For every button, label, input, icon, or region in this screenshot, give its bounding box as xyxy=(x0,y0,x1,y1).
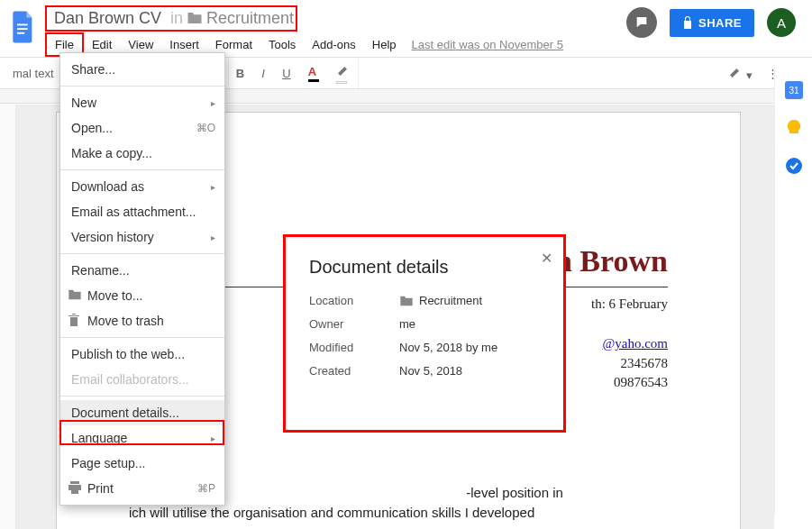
file-menu-new[interactable]: New▸ xyxy=(60,90,224,115)
document-details-dialog: ✕ Document details LocationRecruitment O… xyxy=(283,234,566,433)
editing-mode-button[interactable]: ▾ xyxy=(728,65,753,82)
print-icon xyxy=(68,481,84,497)
file-menu-copy[interactable]: Make a copy... xyxy=(60,141,224,166)
share-button[interactable]: SHARE xyxy=(670,9,754,37)
body-text: -level position in xyxy=(466,485,563,500)
file-menu-publish[interactable]: Publish to the web... xyxy=(60,342,224,367)
file-menu-download[interactable]: Download as▸ xyxy=(60,174,224,199)
file-menu-page-setup[interactable]: Page setup... xyxy=(60,451,224,476)
svg-rect-1 xyxy=(17,28,28,30)
file-menu-dropdown: Share... New▸ Open...⌘O Make a copy... D… xyxy=(59,52,225,506)
file-menu-details[interactable]: Document details... xyxy=(60,400,224,425)
details-location-label: Location xyxy=(309,294,399,307)
close-icon[interactable]: ✕ xyxy=(541,250,552,267)
file-menu-collaborators: Email collaborators... xyxy=(60,367,224,392)
folder-icon xyxy=(399,295,414,307)
file-menu-language[interactable]: Language▸ xyxy=(60,425,224,451)
dialog-title: Document details xyxy=(309,257,540,278)
details-owner-label: Owner xyxy=(309,317,399,331)
details-owner-value: me xyxy=(399,317,415,331)
folder-icon xyxy=(68,288,84,304)
doc-title[interactable]: Dan Brown CV xyxy=(49,7,167,30)
svg-text:31: 31 xyxy=(789,86,799,96)
docs-logo[interactable] xyxy=(7,7,40,47)
file-menu-share[interactable]: Share... xyxy=(60,57,224,82)
svg-point-5 xyxy=(786,158,802,174)
tasks-icon[interactable] xyxy=(785,157,803,175)
doc-email-link[interactable]: @yaho.com xyxy=(602,336,668,351)
italic-button[interactable]: I xyxy=(261,67,265,80)
lock-icon xyxy=(682,16,693,29)
text-color-button[interactable]: A xyxy=(308,65,319,82)
file-menu-trash[interactable]: Move to trash xyxy=(60,308,224,333)
account-avatar[interactable]: A xyxy=(767,8,796,37)
highlight-button[interactable] xyxy=(336,63,351,84)
details-modified-label: Modified xyxy=(309,341,399,354)
body-text: ich will utilise the organisation and co… xyxy=(129,505,534,520)
svg-rect-0 xyxy=(17,24,28,26)
details-created-value: Nov 5, 2018 xyxy=(399,364,462,378)
keep-icon[interactable] xyxy=(785,119,803,137)
folder-name[interactable]: Recruitment xyxy=(206,9,294,28)
trash-icon xyxy=(68,313,84,330)
menu-addons[interactable]: Add-ons xyxy=(304,34,363,55)
file-menu-rename[interactable]: Rename... xyxy=(60,258,224,283)
menu-tools[interactable]: Tools xyxy=(260,34,304,55)
underline-button[interactable]: U xyxy=(282,67,290,80)
side-panel: 31 xyxy=(774,65,812,515)
bold-button[interactable]: B xyxy=(236,67,244,80)
in-label: in xyxy=(167,9,187,28)
comments-button[interactable] xyxy=(626,7,657,38)
file-menu-print[interactable]: Print⌘P xyxy=(60,476,224,501)
last-edit-link[interactable]: Last edit was on November 5 xyxy=(412,38,563,51)
details-location-value[interactable]: Recruitment xyxy=(399,294,482,307)
menu-help[interactable]: Help xyxy=(364,34,405,55)
file-menu-move[interactable]: Move to... xyxy=(60,283,224,308)
file-menu-email[interactable]: Email as attachment... xyxy=(60,199,224,224)
details-created-label: Created xyxy=(309,364,399,378)
file-menu-versions[interactable]: Version history▸ xyxy=(60,224,224,250)
vertical-ruler[interactable] xyxy=(0,105,16,529)
details-modified-value: Nov 5, 2018 by me xyxy=(399,341,497,354)
calendar-icon[interactable]: 31 xyxy=(785,81,803,99)
folder-icon xyxy=(187,11,203,25)
file-menu-open[interactable]: Open...⌘O xyxy=(60,115,224,141)
share-label: SHARE xyxy=(698,16,742,30)
svg-rect-2 xyxy=(17,32,24,34)
